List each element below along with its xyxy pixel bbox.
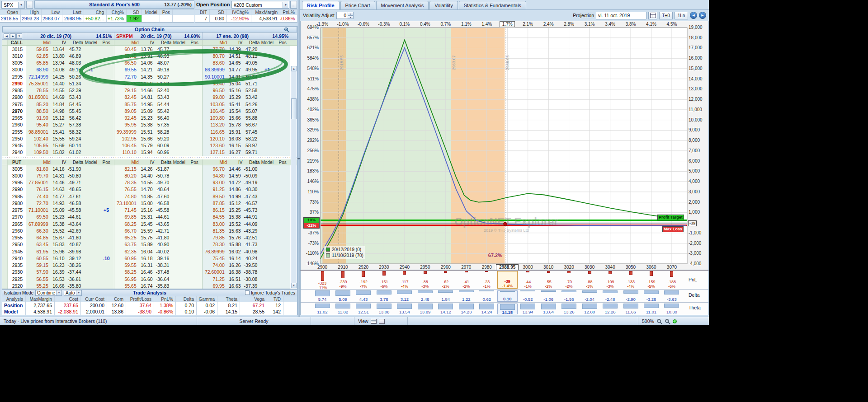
mid-price[interactable]: 55.65: [114, 283, 139, 289]
ignore-trades-checkbox[interactable]: [245, 290, 250, 295]
volatility-adjust-value[interactable]: 0: [336, 12, 348, 19]
mid-price[interactable]: 65.25: [114, 235, 139, 240]
pos-qty[interactable]: +5: [99, 207, 114, 213]
mid-price[interactable]: 89.05: [114, 108, 139, 114]
mid-price[interactable]: 106.45: [114, 143, 139, 148]
mid-price[interactable]: 76.89999: [203, 249, 227, 254]
mid-price[interactable]: 64.85: [26, 235, 51, 240]
mid-price[interactable]: 123.60: [203, 143, 227, 148]
mid-price[interactable]: 80.20: [114, 173, 139, 178]
mid-price[interactable]: 66.70: [114, 228, 139, 234]
mid-price[interactable]: 82.45: [114, 94, 139, 100]
mid-price[interactable]: 77.85001: [26, 180, 51, 185]
mid-price[interactable]: 68.25: [114, 221, 139, 227]
mid-price[interactable]: 102.40: [26, 136, 51, 141]
mid-price[interactable]: 96.70: [203, 166, 227, 172]
mid-price[interactable]: 56.55: [26, 276, 51, 282]
mid-price[interactable]: 110.10: [114, 150, 139, 155]
pos-qty[interactable]: -10: [99, 256, 114, 261]
mid-price[interactable]: 74.40: [26, 194, 51, 199]
tab-statistics-fundamentals[interactable]: Statistics & Fundamentals: [459, 1, 526, 9]
position-preset-select[interactable]: #203 Custom▼: [231, 1, 289, 9]
tab-risk-profile[interactable]: Risk Profile: [302, 1, 340, 9]
mid-price[interactable]: 60.95: [114, 256, 139, 261]
mid-price[interactable]: 66.30: [26, 228, 51, 234]
mid-price[interactable]: 92.45: [114, 115, 139, 121]
scrollbar-thumb[interactable]: [291, 98, 297, 119]
mid-price[interactable]: 109.80: [203, 115, 227, 121]
tab-price-chart[interactable]: Price Chart: [340, 1, 375, 9]
mid-price[interactable]: 72.60001: [203, 269, 227, 275]
mid-price[interactable]: 56.95: [114, 276, 139, 282]
mid-price[interactable]: 63.45: [26, 242, 51, 247]
one-line-button[interactable]: 1Ln: [675, 12, 688, 19]
mid-price[interactable]: 81.35: [203, 228, 227, 234]
table-view-icon[interactable]: [371, 319, 377, 324]
mid-price[interactable]: 94.80: [203, 173, 227, 178]
symbol-select[interactable]: SPX▼: [1, 1, 25, 9]
mid-price[interactable]: 86.89999: [203, 67, 227, 72]
isolation-mode-select[interactable]: Combine▼: [35, 290, 62, 296]
mid-price[interactable]: 55.25: [26, 283, 51, 289]
mid-price[interactable]: 69.55: [114, 67, 139, 72]
mid-price[interactable]: 76.15: [26, 187, 51, 192]
mid-price[interactable]: 63.45: [114, 53, 139, 59]
mid-price[interactable]: 65.85: [26, 60, 51, 65]
expiry-date[interactable]: 20 dic. 19 (70): [141, 33, 172, 39]
calendar-icon[interactable]: [648, 12, 657, 19]
mid-price[interactable]: 99.80: [203, 94, 227, 100]
mid-price[interactable]: 74.00: [203, 262, 227, 268]
mid-price[interactable]: 91.25: [203, 187, 227, 192]
spin-down-icon[interactable]: ▼: [348, 15, 354, 19]
mid-price[interactable]: 102.95: [114, 136, 139, 141]
expiry-date[interactable]: 20 dic. 19 (70): [40, 33, 71, 39]
mid-price[interactable]: 59.15: [26, 262, 51, 268]
notes-view-icon[interactable]: [379, 319, 385, 324]
mid-price[interactable]: 78.35: [114, 180, 139, 185]
mid-price[interactable]: 88.50: [26, 108, 51, 114]
model-qty[interactable]: +1: [259, 67, 275, 72]
mid-price[interactable]: 81.85001: [26, 94, 51, 100]
mid-price[interactable]: 79.85: [203, 235, 227, 240]
mid-price[interactable]: 86.15: [203, 207, 227, 213]
mid-price[interactable]: 75.35001: [26, 81, 51, 86]
mid-price[interactable]: 58.25: [114, 269, 139, 275]
mid-price[interactable]: 72.70: [114, 74, 139, 79]
auto-select[interactable]: Auto▼: [64, 290, 82, 296]
volatility-adjust-spinner[interactable]: 0 ▲▼: [336, 12, 354, 19]
mid-price[interactable]: 63.75: [114, 242, 139, 247]
mid-price[interactable]: 79.70: [26, 173, 51, 178]
mid-price[interactable]: 81.60: [26, 166, 51, 172]
mid-price[interactable]: 93.00: [203, 180, 227, 185]
mid-price[interactable]: 95.95: [114, 122, 139, 127]
mid-price[interactable]: 69.95: [203, 283, 227, 289]
mid-price[interactable]: 78.30: [203, 242, 227, 247]
mid-price[interactable]: 78.55: [26, 88, 51, 93]
mid-price[interactable]: 66.50: [114, 60, 139, 65]
chain-scrollbar[interactable]: ▲ ▼: [291, 66, 297, 288]
mid-price[interactable]: 87.85: [203, 201, 227, 206]
mid-price[interactable]: 75.45: [203, 256, 227, 261]
mid-price[interactable]: 73.10001: [114, 201, 139, 206]
mid-price[interactable]: 84.55: [203, 214, 227, 220]
mid-price[interactable]: 71.25: [203, 276, 227, 282]
mid-price[interactable]: 80.70: [203, 53, 227, 59]
mid-price[interactable]: 99.39999: [114, 129, 139, 135]
preset-more-button[interactable]: ...: [290, 1, 297, 9]
mid-price[interactable]: 69.85: [114, 214, 139, 220]
tab-movement-analysis[interactable]: Movement Analysis: [376, 1, 429, 9]
mid-price[interactable]: 96.50: [203, 88, 227, 93]
prev-projection-button[interactable]: ◀: [690, 12, 697, 19]
zoom-out-icon[interactable]: [656, 318, 662, 324]
mid-price[interactable]: 89.50: [203, 194, 227, 199]
mid-price[interactable]: 61.95: [26, 249, 51, 254]
mid-price[interactable]: 67.89999: [26, 221, 51, 227]
mid-price[interactable]: 59.85: [26, 47, 51, 52]
projection-date-input[interactable]: vi. 11 oct. 2019: [596, 12, 646, 19]
next-expiry-button[interactable]: ▶: [10, 33, 16, 39]
mid-price[interactable]: 105.95: [26, 143, 51, 148]
symbol-more-button[interactable]: ...: [26, 1, 33, 9]
mid-price[interactable]: 127.15: [203, 150, 227, 155]
t0-button[interactable]: T+0: [659, 12, 673, 19]
mid-price[interactable]: 103.05: [203, 102, 227, 107]
